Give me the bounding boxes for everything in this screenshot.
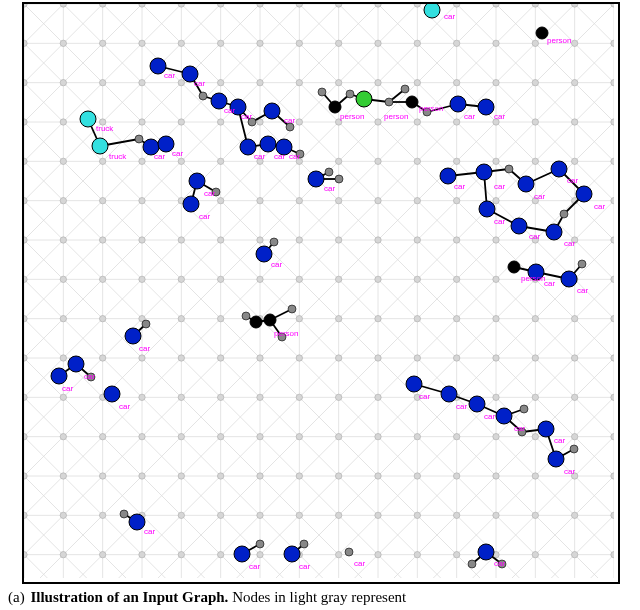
svg-point-1146 bbox=[335, 512, 341, 518]
svg-point-969 bbox=[296, 79, 302, 85]
svg-point-1129 bbox=[296, 473, 302, 479]
svg-point-1111 bbox=[217, 433, 223, 439]
svg-point-1300 bbox=[250, 316, 262, 328]
svg-point-1037 bbox=[453, 237, 459, 243]
svg-point-1114 bbox=[335, 433, 341, 439]
svg-point-1324 bbox=[300, 540, 308, 548]
svg-point-1293 bbox=[256, 246, 272, 262]
svg-point-1276 bbox=[296, 150, 304, 158]
svg-point-1087 bbox=[532, 355, 538, 361]
svg-point-1147 bbox=[375, 512, 381, 518]
svg-point-958 bbox=[493, 40, 499, 46]
svg-point-1155 bbox=[60, 551, 66, 557]
svg-point-1050 bbox=[335, 276, 341, 282]
svg-point-1265 bbox=[423, 108, 431, 116]
svg-line-873 bbox=[181, 555, 220, 578]
svg-point-1321 bbox=[234, 546, 250, 562]
svg-point-1012 bbox=[99, 197, 105, 203]
svg-point-1308 bbox=[87, 373, 95, 381]
svg-line-861 bbox=[63, 555, 102, 578]
svg-point-1268 bbox=[80, 111, 96, 127]
svg-point-1036 bbox=[414, 237, 420, 243]
svg-point-971 bbox=[375, 79, 381, 85]
svg-point-1083 bbox=[375, 355, 381, 361]
svg-point-1118 bbox=[493, 433, 499, 439]
svg-point-991 bbox=[532, 119, 538, 125]
svg-point-1034 bbox=[335, 237, 341, 243]
svg-point-964 bbox=[99, 79, 105, 85]
svg-point-1013 bbox=[139, 197, 145, 203]
svg-point-959 bbox=[532, 40, 538, 46]
svg-point-1256 bbox=[264, 103, 280, 119]
svg-point-1288 bbox=[576, 186, 592, 202]
svg-point-1065 bbox=[296, 315, 302, 321]
svg-point-1086 bbox=[493, 355, 499, 361]
svg-point-1255 bbox=[248, 118, 256, 126]
svg-point-1116 bbox=[414, 433, 420, 439]
figure-caption: (a) Illustration of an Input Graph. Node… bbox=[8, 588, 632, 606]
svg-point-1011 bbox=[60, 197, 66, 203]
svg-point-1033 bbox=[296, 237, 302, 243]
svg-point-1032 bbox=[257, 237, 263, 243]
svg-point-1072 bbox=[571, 315, 577, 321]
svg-point-1273 bbox=[240, 139, 256, 155]
svg-point-1132 bbox=[414, 473, 420, 479]
svg-point-1094 bbox=[178, 394, 184, 400]
svg-point-1251 bbox=[182, 66, 198, 82]
svg-point-1252 bbox=[199, 92, 207, 100]
svg-point-1328 bbox=[498, 560, 506, 568]
svg-point-1015 bbox=[217, 197, 223, 203]
svg-point-1249 bbox=[536, 27, 548, 39]
svg-point-997 bbox=[139, 158, 145, 164]
svg-point-1108 bbox=[99, 433, 105, 439]
svg-point-1113 bbox=[296, 433, 302, 439]
svg-point-1135 bbox=[532, 473, 538, 479]
svg-point-1002 bbox=[335, 158, 341, 164]
svg-point-1045 bbox=[139, 276, 145, 282]
svg-point-1136 bbox=[571, 473, 577, 479]
svg-line-909 bbox=[535, 555, 574, 578]
svg-point-1167 bbox=[532, 551, 538, 557]
svg-point-947 bbox=[60, 40, 66, 46]
svg-point-1277 bbox=[189, 173, 205, 189]
svg-line-893 bbox=[378, 555, 417, 578]
svg-point-1320 bbox=[120, 510, 128, 518]
svg-point-1039 bbox=[532, 237, 538, 243]
svg-point-1312 bbox=[469, 396, 485, 412]
svg-point-1295 bbox=[508, 261, 520, 273]
svg-point-1031 bbox=[217, 237, 223, 243]
svg-point-983 bbox=[217, 119, 223, 125]
svg-line-897 bbox=[417, 555, 456, 578]
svg-point-1274 bbox=[260, 136, 276, 152]
svg-point-1043 bbox=[60, 276, 66, 282]
svg-point-1143 bbox=[217, 512, 223, 518]
svg-point-1303 bbox=[278, 333, 286, 341]
svg-point-956 bbox=[414, 40, 420, 46]
svg-point-1298 bbox=[578, 260, 586, 268]
svg-point-1078 bbox=[178, 355, 184, 361]
svg-point-974 bbox=[493, 79, 499, 85]
svg-point-1098 bbox=[335, 394, 341, 400]
svg-point-1160 bbox=[257, 551, 263, 557]
svg-point-1266 bbox=[450, 96, 466, 112]
svg-point-1263 bbox=[401, 85, 409, 93]
svg-point-1003 bbox=[375, 158, 381, 164]
svg-point-953 bbox=[296, 40, 302, 46]
svg-point-1020 bbox=[414, 197, 420, 203]
svg-point-1315 bbox=[518, 428, 526, 436]
svg-point-1150 bbox=[493, 512, 499, 518]
svg-point-1272 bbox=[158, 136, 174, 152]
svg-point-1310 bbox=[406, 376, 422, 392]
svg-point-1311 bbox=[441, 386, 457, 402]
svg-point-1069 bbox=[453, 315, 459, 321]
svg-point-990 bbox=[493, 119, 499, 125]
svg-point-1049 bbox=[296, 276, 302, 282]
svg-point-1112 bbox=[257, 433, 263, 439]
svg-point-1156 bbox=[99, 551, 105, 557]
svg-point-1119 bbox=[532, 433, 538, 439]
svg-point-1005 bbox=[453, 158, 459, 164]
svg-point-1260 bbox=[346, 90, 354, 98]
svg-point-967 bbox=[217, 79, 223, 85]
svg-line-865 bbox=[103, 555, 142, 578]
svg-point-1091 bbox=[60, 394, 66, 400]
